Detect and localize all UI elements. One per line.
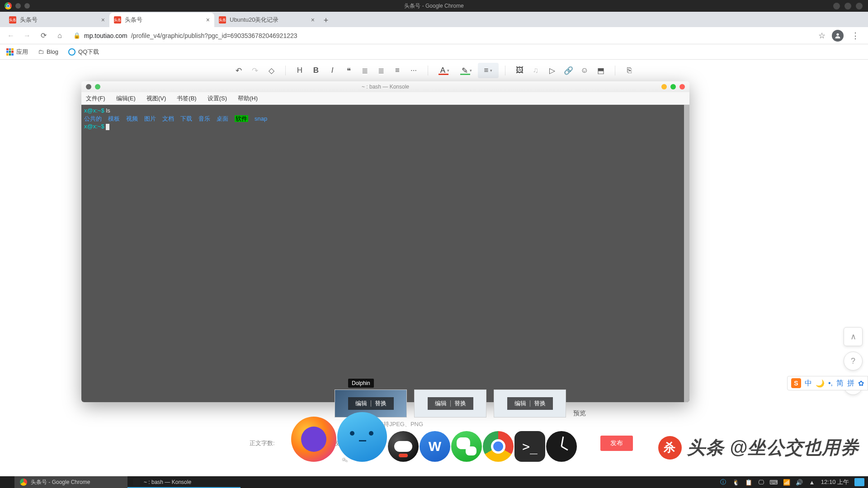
apps-label: 应用 — [16, 48, 28, 56]
tab-1[interactable]: 头条 头条号 × — [5, 13, 109, 27]
quote-button[interactable]: ❝ — [341, 63, 356, 78]
publish-button[interactable]: 发布 — [600, 436, 633, 451]
thumb-replace[interactable]: 替换 — [375, 399, 387, 408]
ime-panel[interactable]: S 中 🌙 •, 简 拼 ✿ — [787, 376, 868, 390]
menu-settings[interactable]: 设置(S) — [208, 94, 227, 103]
insert-emoji-button[interactable]: ☺ — [577, 63, 592, 78]
forward-button[interactable]: → — [21, 29, 33, 42]
bookmark-blog[interactable]: 🗀 Blog — [38, 48, 58, 55]
tray-keyboard-icon[interactable]: ⌨ — [770, 479, 778, 486]
dir-item: 视频 — [126, 115, 138, 122]
dock-qq[interactable] — [388, 431, 419, 462]
back-button[interactable]: ← — [5, 29, 17, 42]
dock-wps[interactable]: W — [420, 431, 450, 462]
heading-button[interactable]: H — [292, 63, 307, 78]
tray-display-icon[interactable]: 🖵 — [758, 479, 765, 486]
back-to-top-button[interactable]: ∧ — [844, 327, 863, 346]
tray-qq-icon[interactable]: 🐧 — [732, 479, 740, 486]
profile-avatar[interactable] — [832, 30, 844, 42]
dock-dolphin[interactable] — [337, 412, 387, 462]
konsole-traffic-lights[interactable] — [661, 84, 685, 89]
menu-bookmarks[interactable]: 书签(B) — [177, 94, 196, 103]
help-button[interactable]: ? — [844, 352, 863, 371]
ime-item[interactable]: 拼 — [847, 379, 854, 388]
text-color-button[interactable]: A — [434, 63, 455, 78]
exec-item: 软件 — [235, 115, 248, 122]
ime-item[interactable]: 中 — [805, 379, 812, 388]
tray-wifi-icon[interactable]: 📶 — [783, 479, 790, 486]
ime-item[interactable]: 简 — [836, 379, 844, 388]
dock-firefox[interactable] — [291, 417, 336, 462]
dock-wechat[interactable] — [451, 431, 482, 462]
italic-button[interactable]: I — [325, 63, 340, 78]
bold-button[interactable]: B — [308, 63, 324, 78]
close-icon[interactable]: × — [101, 16, 105, 23]
url-field[interactable]: 🔒 mp.toutiao.com/profile_v4/graphic/publ… — [70, 32, 815, 39]
menu-view[interactable]: 视图(V) — [146, 94, 166, 103]
home-button[interactable]: ⌂ — [53, 29, 66, 42]
dock-clock[interactable] — [546, 431, 577, 462]
align-button[interactable]: ≡ — [478, 63, 499, 78]
menu-file[interactable]: 文件(F) — [86, 94, 105, 103]
sogou-icon: S — [791, 378, 801, 388]
thumb-edit[interactable]: 编辑 — [355, 399, 367, 408]
paging-button[interactable]: ⎘ — [622, 63, 637, 78]
tab-3[interactable]: 头条 Ubuntu20美化记录 × — [214, 13, 319, 27]
indent-button[interactable]: ≡ — [390, 63, 405, 78]
tab-title: Ubuntu20美化记录 — [230, 16, 278, 24]
close-icon[interactable]: × — [206, 16, 210, 23]
chrome-menu-icon[interactable]: ⋮ — [850, 31, 861, 41]
terminal-icon — [133, 479, 140, 486]
dock-tooltip: Dolphin — [348, 379, 374, 388]
highlight-button[interactable]: ✎ — [456, 63, 477, 78]
ordered-list-button[interactable]: ≣ — [373, 63, 389, 78]
bookmark-qq[interactable]: QQ下载 — [68, 48, 99, 56]
dock-terminal[interactable]: >_ — [514, 431, 545, 462]
menu-edit[interactable]: 编辑(E) — [116, 94, 136, 103]
redo-button[interactable]: ↷ — [247, 63, 263, 78]
reload-button[interactable]: ⟳ — [37, 29, 50, 42]
thumb-edit[interactable]: 编辑 — [435, 399, 447, 408]
insert-music-button[interactable]: ♫ — [528, 63, 543, 78]
new-tab-button[interactable]: + — [319, 14, 333, 27]
scrollbar[interactable] — [684, 105, 689, 402]
ime-item[interactable]: 🌙 — [816, 379, 825, 388]
dock-chrome[interactable] — [483, 431, 514, 462]
insert-image-button[interactable]: 🖼 — [512, 63, 527, 78]
taskbar-task-chrome[interactable]: 头条号 - Google Chrome — [14, 476, 127, 488]
ime-item[interactable]: ✿ — [858, 379, 864, 388]
konsole-menubar: 文件(F) 编辑(E) 视图(V) 书签(B) 设置(S) 帮助(H) — [81, 92, 689, 105]
insert-vote-button[interactable]: ⬒ — [593, 63, 609, 78]
konsole-window[interactable]: ~ : bash — Konsole 文件(F) 编辑(E) 视图(V) 书签(… — [81, 81, 689, 402]
tray-chevron-icon[interactable]: ▲ — [808, 479, 816, 486]
clear-format-button[interactable]: ◇ — [264, 63, 279, 78]
tray-clock[interactable]: 12:10 上午 — [821, 478, 849, 486]
taskbar-task-konsole[interactable]: ~ : bash — Konsole — [127, 476, 241, 488]
menu-help[interactable]: 帮助(H) — [238, 94, 258, 103]
tray-volume-icon[interactable]: 🔊 — [796, 479, 803, 486]
favicon-icon: 头条 — [9, 16, 16, 23]
tray-info-icon[interactable]: ⓘ — [720, 478, 727, 486]
insert-video-button[interactable]: ▷ — [544, 63, 560, 78]
undo-button[interactable]: ↶ — [231, 63, 246, 78]
konsole-terminal[interactable]: x@x:~$ ls 公共的模板视频图片文档下载音乐桌面软件snap x@x:~$ — [81, 105, 689, 402]
terminal-line-2: 公共的模板视频图片文档下载音乐桌面软件snap — [84, 115, 687, 123]
dir-item: 文档 — [162, 115, 174, 122]
bookmark-star-icon[interactable]: ☆ — [818, 31, 826, 41]
close-icon[interactable]: × — [311, 16, 315, 23]
konsole-titlebar[interactable]: ~ : bash — Konsole — [81, 81, 689, 92]
apps-shortcut[interactable]: 应用 — [6, 48, 28, 56]
thumb-replace[interactable]: 替换 — [534, 399, 546, 408]
tray-clipboard-icon[interactable]: 📋 — [745, 479, 752, 486]
insert-link-button[interactable]: 🔗 — [561, 63, 576, 78]
tray-show-desktop[interactable] — [854, 478, 864, 486]
thumb-edit[interactable]: 编辑 — [514, 399, 526, 408]
more-button[interactable]: ··· — [406, 63, 421, 78]
task-label: ~ : bash — Konsole — [144, 479, 191, 485]
unordered-list-button[interactable]: ≣ — [357, 63, 373, 78]
thumb-replace[interactable]: 替换 — [454, 399, 466, 408]
terminal-line-1: x@x:~$ ls — [84, 107, 687, 115]
window-controls[interactable] — [833, 3, 863, 9]
tab-2[interactable]: 头条 头条号 × — [109, 13, 214, 27]
ime-item[interactable]: •, — [828, 379, 833, 387]
